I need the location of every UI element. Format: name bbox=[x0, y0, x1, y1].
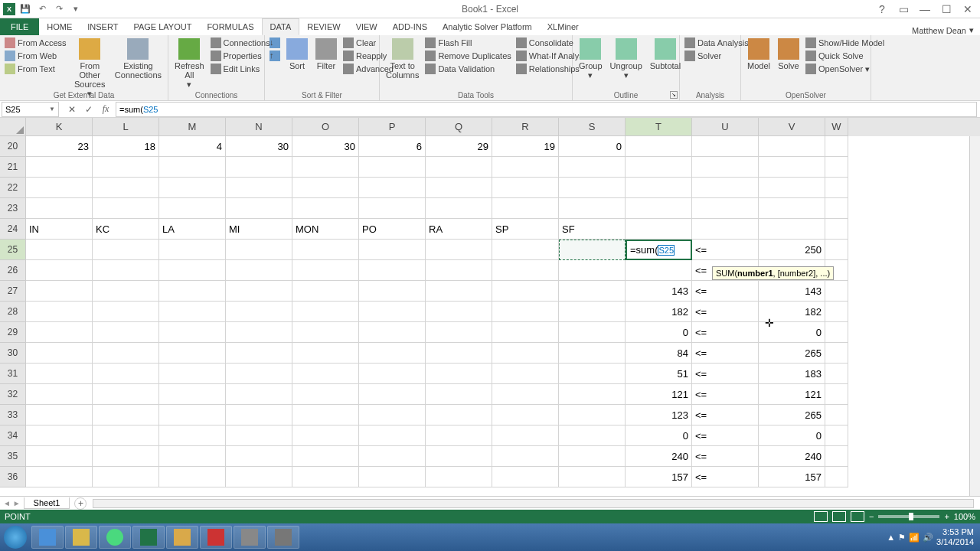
cell-T35[interactable]: 240 bbox=[626, 446, 692, 467]
row-head-20[interactable]: 20 bbox=[0, 136, 26, 157]
cell-R21[interactable] bbox=[492, 157, 559, 178]
cell-U34[interactable]: <= bbox=[692, 425, 759, 446]
cell-L31[interactable] bbox=[93, 364, 159, 384]
col-head-W[interactable]: W bbox=[825, 118, 848, 136]
data-analysis-button[interactable]: Data Analysis bbox=[683, 37, 750, 49]
cell-R20[interactable]: 19 bbox=[492, 136, 559, 157]
from-text-button[interactable]: From Text bbox=[3, 63, 68, 75]
cell-N20[interactable]: 30 bbox=[226, 136, 292, 157]
cell-M22[interactable] bbox=[159, 178, 226, 198]
vertical-scrollbar[interactable] bbox=[969, 136, 980, 496]
from-web-button[interactable]: From Web bbox=[3, 50, 68, 62]
model-button[interactable]: Model bbox=[744, 37, 773, 72]
cell-Q20[interactable]: 29 bbox=[426, 136, 492, 157]
cell-T23[interactable] bbox=[626, 198, 692, 219]
cell-L26[interactable] bbox=[93, 260, 159, 281]
cell-L30[interactable] bbox=[93, 343, 159, 364]
cell-R30[interactable] bbox=[492, 343, 559, 364]
cell-N30[interactable] bbox=[226, 343, 292, 364]
col-head-K[interactable]: K bbox=[26, 118, 93, 136]
cell-S36[interactable] bbox=[559, 467, 626, 487]
tab-home[interactable]: HOME bbox=[39, 18, 80, 35]
col-head-P[interactable]: P bbox=[359, 118, 426, 136]
cell-Q33[interactable] bbox=[426, 405, 492, 425]
cell-P22[interactable] bbox=[359, 178, 426, 198]
cell-U25[interactable]: <= bbox=[692, 240, 759, 260]
cell-T36[interactable]: 157 bbox=[626, 467, 692, 487]
tab-review[interactable]: REVIEW bbox=[299, 18, 348, 35]
cell-W35[interactable] bbox=[825, 446, 848, 467]
cell-K34[interactable] bbox=[26, 425, 93, 446]
sort-az-icon[interactable]: ↓ bbox=[268, 37, 282, 49]
cell-L33[interactable] bbox=[93, 405, 159, 425]
task-pdf[interactable] bbox=[200, 526, 232, 549]
cell-P25[interactable] bbox=[359, 240, 426, 260]
tray-network-icon[interactable]: 📶 bbox=[909, 533, 920, 543]
col-head-O[interactable]: O bbox=[292, 118, 359, 136]
show-hide-model-button[interactable]: Show/Hide Model bbox=[804, 37, 886, 49]
cell-Q32[interactable] bbox=[426, 384, 492, 405]
cell-W30[interactable] bbox=[825, 343, 848, 364]
cell-L29[interactable] bbox=[93, 322, 159, 343]
cell-M36[interactable] bbox=[159, 467, 226, 487]
cell-O20[interactable]: 30 bbox=[292, 136, 359, 157]
cell-K22[interactable] bbox=[26, 178, 93, 198]
cell-M25[interactable] bbox=[159, 240, 226, 260]
cell-W29[interactable] bbox=[825, 322, 848, 343]
row-head-28[interactable]: 28 bbox=[0, 302, 26, 322]
cell-Q27[interactable] bbox=[426, 281, 492, 302]
sheet-tab[interactable]: Sheet1 bbox=[24, 497, 70, 509]
cell-K28[interactable] bbox=[26, 302, 93, 322]
cell-Q31[interactable] bbox=[426, 364, 492, 384]
cell-N28[interactable] bbox=[226, 302, 292, 322]
opensolver-button[interactable]: OpenSolver▾ bbox=[804, 63, 886, 75]
subtotal-button[interactable]: Subtotal bbox=[647, 37, 684, 72]
task-explorer[interactable] bbox=[65, 526, 97, 549]
row-head-22[interactable]: 22 bbox=[0, 178, 26, 198]
cell-R29[interactable] bbox=[492, 322, 559, 343]
cell-S21[interactable] bbox=[559, 157, 626, 178]
refresh-all-button[interactable]: Refresh All▾ bbox=[172, 37, 207, 91]
cell-Q25[interactable] bbox=[426, 240, 492, 260]
cell-T29[interactable]: 0 bbox=[626, 322, 692, 343]
cell-V20[interactable] bbox=[759, 136, 825, 157]
cell-L24[interactable]: KC bbox=[93, 219, 159, 240]
cell-N24[interactable]: MI bbox=[226, 219, 292, 240]
cell-K31[interactable] bbox=[26, 364, 93, 384]
cell-K29[interactable] bbox=[26, 322, 93, 343]
cell-S24[interactable]: SF bbox=[559, 219, 626, 240]
cell-P28[interactable] bbox=[359, 302, 426, 322]
cell-U31[interactable]: <= bbox=[692, 364, 759, 384]
cell-K27[interactable] bbox=[26, 281, 93, 302]
cell-W21[interactable] bbox=[825, 157, 848, 178]
cell-P24[interactable]: PO bbox=[359, 219, 426, 240]
cell-P34[interactable] bbox=[359, 425, 426, 446]
cell-T20[interactable] bbox=[626, 136, 692, 157]
flash-fill-button[interactable]: Flash Fill bbox=[423, 37, 512, 49]
undo-icon[interactable]: ↶ bbox=[35, 2, 49, 16]
cell-Q36[interactable] bbox=[426, 467, 492, 487]
cell-S34[interactable] bbox=[559, 425, 626, 446]
cell-S30[interactable] bbox=[559, 343, 626, 364]
cell-R36[interactable] bbox=[492, 467, 559, 487]
cell-R22[interactable] bbox=[492, 178, 559, 198]
cell-O36[interactable] bbox=[292, 467, 359, 487]
cell-W32[interactable] bbox=[825, 384, 848, 405]
view-break-icon[interactable] bbox=[851, 511, 864, 522]
cell-L36[interactable] bbox=[93, 467, 159, 487]
cell-W25[interactable] bbox=[825, 240, 848, 260]
sort-button[interactable]: Sort bbox=[283, 37, 311, 72]
cell-T27[interactable]: 143 bbox=[626, 281, 692, 302]
cell-T26[interactable] bbox=[626, 260, 692, 281]
save-icon[interactable]: 💾 bbox=[18, 2, 32, 16]
cell-Q21[interactable] bbox=[426, 157, 492, 178]
cell-P30[interactable] bbox=[359, 343, 426, 364]
cell-O34[interactable] bbox=[292, 425, 359, 446]
zoom-plus-icon[interactable]: + bbox=[944, 512, 949, 521]
cell-N31[interactable] bbox=[226, 364, 292, 384]
cell-S26[interactable] bbox=[559, 260, 626, 281]
tab-page-layout[interactable]: PAGE LAYOUT bbox=[126, 18, 199, 35]
filter-button[interactable]: Filter bbox=[312, 37, 340, 72]
cell-W28[interactable] bbox=[825, 302, 848, 322]
enter-formula-icon[interactable]: ✓ bbox=[82, 103, 96, 116]
